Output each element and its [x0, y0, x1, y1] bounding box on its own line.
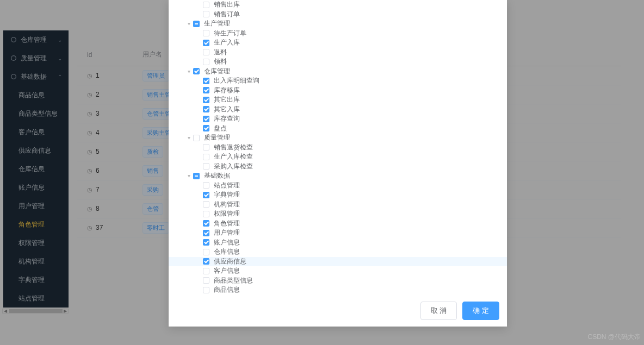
- tree-checkbox[interactable]: [203, 49, 209, 55]
- tree-checkbox[interactable]: [203, 125, 209, 131]
- tree-node[interactable]: ▾质量管理: [169, 133, 507, 143]
- tree-node[interactable]: 待生产订单: [169, 29, 507, 39]
- expander-placeholder: [196, 287, 201, 293]
- tree-node[interactable]: 采购入库检查: [169, 162, 507, 172]
- tree-node[interactable]: 站点管理: [169, 181, 507, 191]
- caret-down-icon[interactable]: ▾: [186, 135, 191, 141]
- tree-node[interactable]: 盘点: [169, 124, 507, 134]
- tree-checkbox[interactable]: [203, 106, 209, 112]
- tree-checkbox[interactable]: [203, 258, 209, 265]
- tree-node[interactable]: 领料: [169, 57, 507, 67]
- expander-placeholder: [196, 2, 201, 8]
- tree-node[interactable]: 用户管理: [169, 228, 507, 238]
- tree-checkbox[interactable]: [203, 192, 209, 198]
- tree-node-label: 其它入库: [214, 105, 240, 114]
- tree-checkbox[interactable]: [203, 154, 209, 160]
- tree-node[interactable]: ▾生产管理: [169, 19, 507, 29]
- cancel-button[interactable]: 取 消: [420, 302, 457, 320]
- tree-node[interactable]: 销售订单: [169, 10, 507, 20]
- tree-node[interactable]: 仓库信息: [169, 247, 507, 257]
- tree-node[interactable]: 销售退货检查: [169, 143, 507, 153]
- tree-node[interactable]: 出入库明细查询: [169, 76, 507, 86]
- expander-placeholder: [196, 249, 201, 255]
- expander-placeholder: [196, 126, 201, 131]
- caret-down-icon[interactable]: ▾: [186, 173, 191, 179]
- tree-node-label: 基础数据: [204, 171, 230, 180]
- expander-placeholder: [196, 154, 201, 160]
- tree-checkbox[interactable]: [203, 277, 209, 284]
- tree-node-label: 仓库信息: [214, 247, 240, 256]
- tree-checkbox[interactable]: [203, 87, 209, 93]
- tree-checkbox[interactable]: [203, 40, 209, 46]
- tree-node[interactable]: 其它入库: [169, 105, 507, 115]
- tree-checkbox[interactable]: [203, 97, 209, 103]
- tree-node[interactable]: 角色管理: [169, 219, 507, 229]
- permission-tree: 销售出库销售订单▾生产管理待生产订单生产入库退料领料▾仓库管理出入库明细查询库存…: [169, 0, 507, 295]
- permission-modal: 销售出库销售订单▾生产管理待生产订单生产入库退料领料▾仓库管理出入库明细查询库存…: [169, 0, 507, 327]
- tree-node-label: 生产管理: [204, 19, 230, 28]
- tree-node[interactable]: ▾基础数据: [169, 171, 507, 181]
- tree-checkbox[interactable]: [203, 211, 209, 217]
- tree-node-label: 商品类型信息: [214, 276, 253, 285]
- tree-node[interactable]: 商品信息: [169, 285, 507, 295]
- tree-node[interactable]: 商品类型信息: [169, 276, 507, 286]
- tree-node[interactable]: 库存查询: [169, 114, 507, 124]
- expander-placeholder: [196, 49, 201, 55]
- tree-checkbox[interactable]: [203, 30, 209, 36]
- tree-node[interactable]: 生产入库: [169, 38, 507, 48]
- caret-down-icon[interactable]: ▾: [186, 68, 191, 74]
- tree-node-label: 生产入库检查: [214, 152, 253, 161]
- tree-checkbox[interactable]: [193, 135, 200, 141]
- tree-node-label: 出入库明细查询: [214, 76, 259, 85]
- tree-checkbox[interactable]: [203, 239, 209, 246]
- expander-placeholder: [196, 211, 201, 217]
- tree-checkbox[interactable]: [203, 2, 209, 8]
- tree-node-label: 盘点: [214, 124, 227, 133]
- tree-checkbox[interactable]: [203, 201, 209, 208]
- tree-node[interactable]: ▾仓库管理: [169, 67, 507, 77]
- tree-node-label: 生产入库: [214, 38, 240, 47]
- tree-node[interactable]: 账户信息: [169, 238, 507, 248]
- modal-footer: 取 消 确 定: [169, 295, 507, 327]
- tree-checkbox[interactable]: [203, 11, 209, 17]
- tree-checkbox[interactable]: [203, 230, 209, 236]
- tree-checkbox[interactable]: [203, 144, 209, 150]
- tree-checkbox[interactable]: [203, 182, 209, 189]
- tree-node[interactable]: 库存移库: [169, 86, 507, 96]
- tree-node-label: 站点管理: [214, 181, 240, 190]
- tree-node[interactable]: 客户信息: [169, 266, 507, 276]
- tree-node[interactable]: 退料: [169, 48, 507, 58]
- expander-placeholder: [196, 230, 201, 236]
- tree-checkbox[interactable]: [203, 116, 209, 122]
- expander-placeholder: [196, 40, 201, 46]
- tree-node[interactable]: 供应商信息: [169, 257, 507, 267]
- tree-checkbox[interactable]: [193, 173, 200, 179]
- tree-node[interactable]: 机构管理: [169, 200, 507, 210]
- tree-checkbox[interactable]: [203, 220, 209, 227]
- tree-node-label: 供应商信息: [214, 257, 246, 266]
- expander-placeholder: [196, 259, 201, 264]
- tree-node-label: 客户信息: [214, 266, 240, 275]
- tree-checkbox[interactable]: [203, 78, 209, 84]
- tree-node-label: 领料: [214, 57, 227, 66]
- confirm-button[interactable]: 确 定: [462, 302, 499, 320]
- caret-down-icon[interactable]: ▾: [186, 21, 191, 27]
- tree-checkbox[interactable]: [203, 268, 209, 274]
- tree-node[interactable]: 销售出库: [169, 0, 507, 10]
- expander-placeholder: [196, 192, 201, 198]
- tree-checkbox[interactable]: [203, 249, 209, 255]
- tree-checkbox[interactable]: [203, 59, 209, 65]
- tree-checkbox[interactable]: [193, 68, 200, 74]
- tree-node[interactable]: 其它出库: [169, 95, 507, 105]
- expander-placeholder: [196, 11, 201, 17]
- tree-checkbox[interactable]: [203, 287, 209, 293]
- expander-placeholder: [196, 164, 201, 169]
- tree-node-label: 质量管理: [204, 133, 230, 142]
- tree-checkbox[interactable]: [203, 163, 209, 170]
- tree-node[interactable]: 权限管理: [169, 209, 507, 219]
- tree-node[interactable]: 生产入库检查: [169, 152, 507, 162]
- tree-checkbox[interactable]: [193, 21, 200, 27]
- expander-placeholder: [196, 221, 201, 226]
- expander-placeholder: [196, 78, 201, 84]
- tree-node[interactable]: 字典管理: [169, 190, 507, 200]
